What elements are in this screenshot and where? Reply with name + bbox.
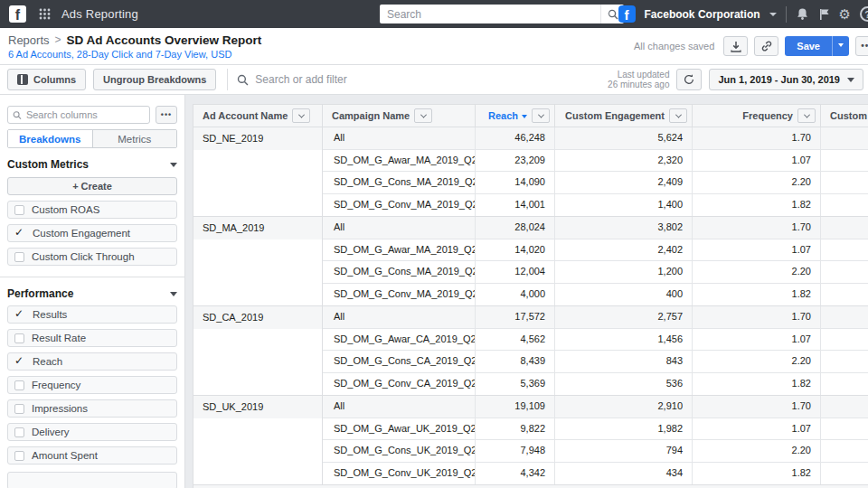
save-options-caret[interactable] xyxy=(832,36,849,56)
table-row[interactable]: SD_OM_G_Cons_UK_2019_Q27,9487942.20 xyxy=(323,440,868,463)
column-menu-button[interactable] xyxy=(797,108,816,123)
metric-checkbox-item[interactable]: ✓Custom Engagement xyxy=(7,224,177,242)
table-row[interactable]: SD_OM_G_Conv_MA_2019_Q24,0004001.82 xyxy=(323,284,868,306)
unchecked-checkbox-icon[interactable] xyxy=(14,404,24,414)
table-row[interactable]: SD_OM_G_Awar_MA_2019_Q223,2092,3201.07 xyxy=(323,150,868,173)
custom-engagement-cell: 434 xyxy=(555,463,693,485)
column-header-campaign-name[interactable]: Campaign Name xyxy=(323,105,476,127)
chevron-down-icon xyxy=(298,111,305,117)
breadcrumb-separator: > xyxy=(55,33,61,46)
column-header-custom-engagement[interactable]: Custom Engagement xyxy=(555,105,693,127)
table-row[interactable]: SD_OM_G_Awar_UK_2019_Q29,8221,9821.07 xyxy=(323,418,868,441)
metric-label: Amount Spent xyxy=(32,450,98,461)
save-button[interactable]: Save xyxy=(785,36,832,56)
account-caret-icon[interactable] xyxy=(769,13,777,20)
column-header-custom[interactable]: Custom xyxy=(821,105,868,127)
settings-gear-icon[interactable]: ⚙ xyxy=(839,7,851,21)
unchecked-checkbox-icon[interactable] xyxy=(14,380,24,390)
ads-reporting-app: f Ads Reporting f Facebook Corporation xyxy=(0,0,868,488)
table-row[interactable]: SD_OM_G_Conv_MA_2019_Q214,0011,4001.82 xyxy=(323,194,868,217)
search-columns-input[interactable] xyxy=(26,109,145,120)
reach-cell: 19,109 xyxy=(476,396,555,418)
custom-cell xyxy=(821,418,868,440)
metric-checkbox-item[interactable]: Result Rate xyxy=(7,329,177,347)
table-row[interactable]: SD_OM_G_Conv_UK_2019_Q24,3424341.82 xyxy=(323,463,868,485)
columns-button[interactable]: Columns xyxy=(7,69,86,90)
columns-sidebar: ••• BreakdownsMetrics Custom Metrics+ Cr… xyxy=(0,95,185,488)
checked-checkbox-icon[interactable]: ✓ xyxy=(14,308,25,321)
metric-checkbox-item[interactable]: Delivery xyxy=(7,423,177,441)
frequency-cell: 1.70 xyxy=(693,127,821,149)
metric-checkbox-item[interactable]: Impressions xyxy=(7,399,177,418)
sidebar-more-button[interactable]: ••• xyxy=(156,106,177,124)
help-icon[interactable]: ? xyxy=(860,6,868,22)
account-group: SD_MA_2019All28,0243,8021.70SD_OM_G_Awar… xyxy=(193,217,868,306)
table-row[interactable]: SD_OM_G_Awar_MA_2019_Q214,0202,4021.07 xyxy=(323,239,868,262)
column-header-ad-account-name[interactable]: Ad Account Name xyxy=(193,105,323,127)
account-name-cell[interactable]: SD_NE_2019 xyxy=(193,127,322,150)
unchecked-checkbox-icon[interactable] xyxy=(14,427,24,437)
breadcrumb-reports-link[interactable]: Reports xyxy=(8,33,50,47)
account-name-cell[interactable]: SD_CA_2019 xyxy=(193,306,322,329)
table-row[interactable]: SD_OM_G_Cons_CA_2019_Q28,4398432.20 xyxy=(323,351,868,373)
campaign-name-cell: All xyxy=(323,396,476,418)
refresh-button[interactable] xyxy=(676,69,702,90)
section-header[interactable]: Custom Metrics xyxy=(7,158,177,171)
more-options-button[interactable]: ••• xyxy=(855,36,868,56)
table-row[interactable]: SD_OM_G_Awar_CA_2019_Q24,5621,4561.07 xyxy=(323,329,868,352)
custom-cell xyxy=(821,351,868,372)
campaign-name-cell: All xyxy=(323,217,476,239)
column-header-reach[interactable]: Reach xyxy=(476,105,555,127)
report-scope-link[interactable]: 6 Ad Accounts, 28-Day Click and 7-Day Vi… xyxy=(8,49,261,60)
table-row[interactable]: SD_OM_G_Conv_CA_2019_Q25,3695361.82 xyxy=(323,373,868,396)
column-menu-button[interactable] xyxy=(532,108,550,123)
campaign-name-cell: SD_OM_G_Awar_MA_2019_Q2 xyxy=(323,239,476,261)
last-updated-line2: 26 minutes ago xyxy=(608,80,669,90)
campaign-name-cell: All xyxy=(323,306,476,328)
table-row[interactable]: All19,1092,9101.70 xyxy=(323,396,868,418)
metric-checkbox-item[interactable]: Custom ROAS xyxy=(7,201,177,219)
table-row[interactable]: All46,2485,6241.70 xyxy=(323,127,868,150)
create-custom-metric-button[interactable]: + Create xyxy=(7,177,177,195)
facebook-logo-icon[interactable]: f xyxy=(9,5,26,23)
table-row[interactable]: SD_OM_G_Cons_MA_2019_Q214,0902,4092.20 xyxy=(323,172,868,194)
metric-label: Custom Click Through xyxy=(32,251,135,262)
section-header[interactable]: Performance xyxy=(7,287,177,300)
export-download-button[interactable] xyxy=(723,36,748,56)
table-row[interactable]: All28,0243,8021.70 xyxy=(323,217,868,239)
share-link-button[interactable] xyxy=(754,36,778,56)
unchecked-checkbox-icon[interactable] xyxy=(14,333,24,343)
checked-checkbox-icon[interactable]: ✓ xyxy=(14,227,25,239)
column-menu-button[interactable] xyxy=(669,108,687,123)
frequency-cell: 1.07 xyxy=(693,418,821,440)
refresh-icon xyxy=(683,73,695,86)
metric-checkbox-item[interactable]: Amount Spent xyxy=(7,446,177,465)
unchecked-checkbox-icon[interactable] xyxy=(14,252,24,262)
column-header-frequency[interactable]: Frequency xyxy=(693,105,821,127)
flag-icon[interactable] xyxy=(818,8,830,21)
metric-checkbox-item[interactable]: Frequency xyxy=(7,376,177,394)
column-menu-button[interactable] xyxy=(414,108,432,123)
notifications-bell-icon[interactable] xyxy=(796,7,809,21)
tab-metrics[interactable]: Metrics xyxy=(93,130,177,147)
global-search-input[interactable] xyxy=(380,5,600,23)
date-range-picker[interactable]: Jun 1, 2019 - Jun 30, 2019 xyxy=(709,69,863,90)
checked-checkbox-icon[interactable]: ✓ xyxy=(14,355,25,368)
table-row[interactable]: SD_OM_G_Cons_MA_2019_Q212,0041,2002.20 xyxy=(323,261,868,284)
unchecked-checkbox-icon[interactable] xyxy=(14,205,24,215)
account-switcher[interactable]: Facebook Corporation xyxy=(645,8,760,21)
table-row[interactable]: All17,5722,7571.70 xyxy=(323,306,868,329)
account-name-cell[interactable]: SD_MA_2019 xyxy=(193,217,322,239)
metric-checkbox-item[interactable]: ✓Results xyxy=(7,305,177,324)
filter-search-input[interactable] xyxy=(255,73,608,86)
sidebar-tabs: BreakdownsMetrics xyxy=(7,129,177,148)
column-menu-button[interactable] xyxy=(292,108,310,123)
app-grid-icon[interactable] xyxy=(39,8,51,20)
tab-breakdowns[interactable]: Breakdowns xyxy=(8,130,93,147)
metric-checkbox-item[interactable]: Custom Click Through xyxy=(7,248,177,266)
unchecked-checkbox-icon[interactable] xyxy=(14,451,24,461)
facebook-account-icon[interactable]: f xyxy=(618,5,636,23)
account-name-cell[interactable]: SD_UK_2019 xyxy=(193,396,322,418)
ungroup-breakdowns-button[interactable]: Ungroup Breakdowns xyxy=(93,69,216,90)
metric-checkbox-item[interactable]: ✓Reach xyxy=(7,352,177,371)
